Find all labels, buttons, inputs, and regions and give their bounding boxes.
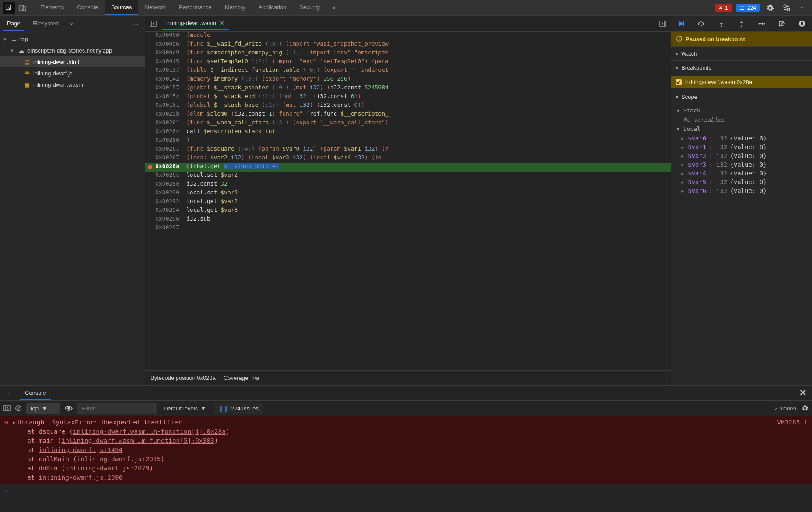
code-line[interactable]: 0x000f5 (func $setTempRet0 (;2;) (import… xyxy=(145,58,671,67)
stack-frame-link[interactable]: inlining-dwarf.js:1454 xyxy=(38,446,122,453)
expand-var-caret-icon[interactable]: ▸ xyxy=(681,179,685,186)
code-line[interactable]: 0x00266 ) xyxy=(145,137,671,145)
tree-file[interactable]: ▤inlining-dwarf.wasm xyxy=(0,79,145,90)
code-line[interactable]: 0x00290 local.set $var3 xyxy=(145,189,671,198)
tree-file[interactable]: ▤inlining-dwarf.html xyxy=(0,56,145,67)
stack-frame-link[interactable]: inlining-dwarf.wasm:…m-function[5]:0x383 xyxy=(62,437,214,444)
context-selector[interactable]: top ▼ xyxy=(26,403,60,414)
code-line[interactable]: 0x0028e i32.const 32 xyxy=(145,180,671,189)
code-line[interactable]: 0x00142 (memory $memory (;0;) (export "m… xyxy=(145,75,671,84)
stack-frame-link[interactable]: inlining-dwarf.js:2079 xyxy=(65,465,149,472)
tree-origin[interactable]: ▾ ☁ emscripten-dbg-stories.netlify.app xyxy=(0,45,145,56)
expand-var-caret-icon[interactable]: ▸ xyxy=(681,170,685,177)
scope-local-header[interactable]: ▾ Local xyxy=(671,124,812,134)
panel-tab-sources[interactable]: Sources xyxy=(105,0,138,15)
scope-variable[interactable]: ▸$var4: i32 {value: 0} xyxy=(671,169,812,178)
settings-gear-icon[interactable] xyxy=(764,2,776,14)
panel-tab-console[interactable]: Console xyxy=(71,0,104,15)
close-tab-icon[interactable]: ✕ xyxy=(220,20,224,26)
device-toolbar-icon[interactable] xyxy=(17,2,29,14)
section-breakpoints[interactable]: ▾Breakpoints xyxy=(671,60,812,74)
navigator-tab-filesystem[interactable]: Filesystem xyxy=(28,17,64,31)
file-tab-active[interactable]: inlining-dwarf.wasm ✕ xyxy=(162,17,229,30)
console-filter-input[interactable] xyxy=(77,403,156,414)
scope-variable[interactable]: ▸$var2: i32 {value: 0} xyxy=(671,151,812,160)
scope-stack-header[interactable]: ▾ Stack xyxy=(671,105,812,116)
resume-icon[interactable] xyxy=(677,19,686,28)
error-count-badge[interactable]: 1 xyxy=(715,4,732,12)
navigator-more-tabs-icon[interactable]: » xyxy=(68,21,76,27)
scope-variable[interactable]: ▸$var0: i32 {value: 6} xyxy=(671,134,812,143)
panel-tab-memory[interactable]: Memory xyxy=(219,0,252,15)
step-out-icon[interactable] xyxy=(737,19,746,28)
code-line[interactable]: 0x00000(module xyxy=(145,32,671,40)
log-level-dropdown[interactable]: Default levels ▼ xyxy=(160,403,210,414)
code-line[interactable]: 0x000c9 (func $emscripten_memcpy_big (;1… xyxy=(145,49,671,58)
navigator-menu-icon[interactable]: ⋯ xyxy=(130,19,142,29)
navigator-tab-page[interactable]: Page xyxy=(3,17,24,31)
code-line[interactable]: 0x0025b (elem $elem0 (i32.const 1) funcr… xyxy=(145,110,671,119)
expand-error-caret-icon[interactable]: ▸ xyxy=(12,418,18,427)
section-scope[interactable]: ▾Scope xyxy=(671,90,812,104)
panel-tab-network[interactable]: Network xyxy=(139,0,172,15)
code-line[interactable]: 0x00261 (func $__wasm_call_ctors (;3;) (… xyxy=(145,119,671,128)
issue-count-badge[interactable]: 224 xyxy=(736,4,760,12)
drawer-menu-icon[interactable]: ⋯ xyxy=(4,390,15,396)
tree-frame-top[interactable]: ▾ ▭ top xyxy=(0,33,145,45)
hidden-messages[interactable]: 2 hidden xyxy=(774,405,796,412)
code-line[interactable]: 0x00264 call $emscripten_stack_init xyxy=(145,128,671,137)
breakpoint-entry[interactable]: inlining-dwarf.wasm:0x28a xyxy=(671,76,812,88)
code-line[interactable]: 0x00267 (local $var2 i32) (local $var3 i… xyxy=(145,154,671,163)
code-line[interactable]: 0x00267 (func $dsquare (;4;) (param $var… xyxy=(145,145,671,154)
code-line[interactable]: 0x0015c (global $__stack_end (;1;) (mut … xyxy=(145,93,671,102)
stack-frame-link[interactable]: inlining-dwarf.js:2090 xyxy=(38,474,122,481)
toggle-debugger-icon[interactable] xyxy=(657,20,669,27)
code-line[interactable]: 0x00157 (global $__stack_pointer (;0;) (… xyxy=(145,84,671,93)
customize-devtools-icon[interactable] xyxy=(780,2,793,14)
section-watch[interactable]: ▸Watch xyxy=(671,46,812,60)
expand-var-caret-icon[interactable]: ▸ xyxy=(681,144,685,151)
issues-pill[interactable]: ❙❙224 Issues xyxy=(214,403,263,414)
panel-tab-performance[interactable]: Performance xyxy=(173,0,217,15)
scope-variable[interactable]: ▸$var6: i32 {value: 0} xyxy=(671,186,812,195)
expand-var-caret-icon[interactable]: ▸ xyxy=(681,135,685,142)
step-icon[interactable] xyxy=(757,19,766,28)
stack-frame-link[interactable]: inlining-dwarf.wasm:…m-function[4]:0x28a xyxy=(73,428,226,435)
error-source-link[interactable]: VM3285:1 xyxy=(777,418,808,427)
breakpoint-marker-icon[interactable] xyxy=(148,165,152,169)
scope-variable[interactable]: ▸$var1: i32 {value: 8} xyxy=(671,143,812,151)
code-line[interactable]: 0x00294 local.get $var3 xyxy=(145,207,671,215)
expand-var-caret-icon[interactable]: ▸ xyxy=(681,187,685,194)
console-error-entry[interactable]: ⊗ ▸ Uncaught SyntaxError: Unexpected ide… xyxy=(0,416,812,484)
scope-variable[interactable]: ▸$var3: i32 {value: 0} xyxy=(671,160,812,169)
breakpoint-checkbox[interactable] xyxy=(676,79,682,85)
console-prompt[interactable]: › xyxy=(0,484,812,498)
drawer-tab-console[interactable]: Console xyxy=(20,387,51,400)
panel-tab-elements[interactable]: Elements xyxy=(34,0,70,15)
code-line[interactable]: 0x00161 (global $__stack_base (;2;) (mut… xyxy=(145,102,671,110)
panel-tab-security[interactable]: Security xyxy=(293,0,326,15)
code-line[interactable]: 0x000a6 (func $__wasi_fd_write (;0;) (im… xyxy=(145,40,671,49)
code-line[interactable]: 0x0028c local.set $var2 xyxy=(145,172,671,180)
code-line[interactable]: 0x00137 (table $__indirect_function_tabl… xyxy=(145,67,671,75)
inspect-element-icon[interactable] xyxy=(3,2,15,14)
step-into-icon[interactable] xyxy=(717,19,726,28)
live-expression-icon[interactable] xyxy=(65,405,73,411)
close-drawer-icon[interactable]: ✕ xyxy=(797,387,808,399)
kebab-menu-icon[interactable]: ⋯ xyxy=(797,2,809,14)
panel-tab-application[interactable]: Application xyxy=(252,0,293,15)
code-line[interactable]: 0x00292 local.get $var2 xyxy=(145,198,671,207)
clear-console-icon[interactable] xyxy=(15,405,22,412)
code-line[interactable]: 0x00296 i32.sub xyxy=(145,215,671,224)
toggle-console-sidebar-icon[interactable] xyxy=(4,405,10,412)
stack-frame-link[interactable]: inlining-dwarf.js:2015 xyxy=(77,456,161,463)
scope-variable[interactable]: ▸$var5: i32 {value: 0} xyxy=(671,178,812,186)
console-settings-gear-icon[interactable] xyxy=(802,405,808,412)
deactivate-breakpoints-icon[interactable] xyxy=(777,19,786,28)
expand-var-caret-icon[interactable]: ▸ xyxy=(681,152,685,159)
more-tabs-chevrons-icon[interactable]: » xyxy=(328,2,340,14)
tree-file[interactable]: ▤inlining-dwarf.js xyxy=(0,67,145,79)
toggle-navigator-icon[interactable] xyxy=(147,20,159,27)
step-over-icon[interactable] xyxy=(697,19,706,28)
code-line[interactable]: 0x0028a global.get $__stack_pointer xyxy=(145,163,671,172)
